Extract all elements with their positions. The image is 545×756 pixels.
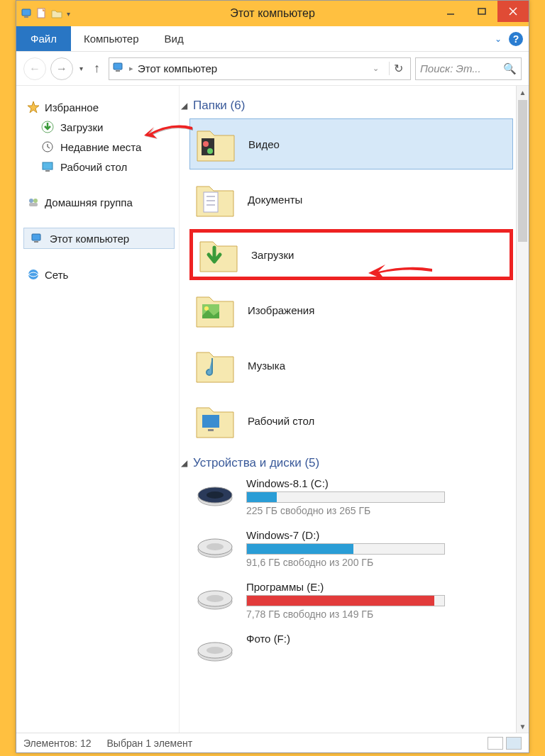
address-bar[interactable]: ▸ Этот компьютер ⌄ ↻ bbox=[109, 57, 411, 80]
svg-point-35 bbox=[207, 543, 224, 550]
svg-rect-16 bbox=[32, 234, 40, 240]
svg-point-32 bbox=[207, 491, 224, 499]
tab-view[interactable]: Вид bbox=[152, 26, 197, 51]
properties-icon[interactable] bbox=[35, 7, 48, 20]
svg-rect-29 bbox=[208, 429, 214, 431]
newfolder-icon[interactable] bbox=[50, 7, 63, 20]
search-icon: 🔍 bbox=[503, 62, 517, 75]
svg-rect-15 bbox=[29, 203, 38, 206]
addr-dropdown-icon[interactable]: ⌄ bbox=[367, 64, 385, 73]
refresh-icon[interactable]: ↻ bbox=[389, 62, 407, 75]
minimize-button[interactable] bbox=[435, 1, 466, 22]
folder-tile-downloads[interactable]: Загрузки bbox=[189, 229, 513, 280]
ribbon-expand-icon[interactable]: ⌄ bbox=[495, 34, 502, 44]
breadcrumb-text[interactable]: Этот компьютер bbox=[138, 62, 363, 74]
folder-label: Загрузки bbox=[251, 249, 294, 261]
folder-tile-documents[interactable]: Документы bbox=[189, 174, 513, 225]
pictures-folder-icon bbox=[194, 290, 236, 330]
sidebar-homegroup-heading[interactable]: Домашняя группа bbox=[21, 192, 179, 212]
search-input[interactable]: Поиск: Эт... 🔍 bbox=[415, 57, 522, 80]
svg-point-41 bbox=[207, 647, 224, 654]
annotation-arrow-sidebar bbox=[138, 120, 195, 151]
harddrive-icon bbox=[194, 529, 236, 560]
drive-usage-bar bbox=[246, 595, 445, 606]
close-button[interactable] bbox=[497, 1, 529, 22]
up-button[interactable]: ↑ bbox=[89, 61, 104, 76]
drives-group-header[interactable]: ◢ Устройства и диски (5) bbox=[180, 453, 513, 476]
details-view-button[interactable] bbox=[488, 737, 503, 750]
folder-tile-desktop[interactable]: Рабочий стол bbox=[189, 395, 513, 446]
statusbar: Элементов: 12 Выбран 1 элемент bbox=[16, 733, 529, 752]
drive-name: Windows-7 (D:) bbox=[246, 529, 509, 541]
sidebar-item-desktop[interactable]: Рабочий стол bbox=[21, 157, 179, 177]
forward-button[interactable]: → bbox=[50, 57, 73, 80]
window-controls bbox=[435, 5, 529, 22]
tab-computer[interactable]: Компьютер bbox=[71, 26, 152, 51]
desktop-folder-icon bbox=[194, 401, 236, 440]
sidebar-favorites-heading[interactable]: Избранное bbox=[21, 97, 179, 117]
scroll-down-icon[interactable]: ▼ bbox=[517, 720, 529, 733]
collapse-icon[interactable]: ◢ bbox=[181, 101, 187, 111]
svg-rect-4 bbox=[478, 9, 485, 14]
scroll-up-icon[interactable]: ▲ bbox=[517, 86, 529, 99]
collapse-icon[interactable]: ◢ bbox=[181, 458, 187, 468]
drive-tile[interactable]: Windows-8.1 (C:) 225 ГБ свободно из 265 … bbox=[189, 476, 513, 518]
drive-usage-bar bbox=[246, 491, 445, 503]
sidebar-homegroup-group: Домашняя группа bbox=[21, 192, 179, 212]
main-pane: ◢ Папки (6) Видео Документы bbox=[180, 86, 529, 733]
sidebar-item-thispc[interactable]: Этот компьютер bbox=[23, 228, 175, 249]
harddrive-icon bbox=[194, 633, 236, 664]
folder-tile-pictures[interactable]: Изображения bbox=[189, 284, 513, 335]
svg-rect-17 bbox=[34, 241, 38, 243]
qat-icons: ▾ bbox=[21, 7, 70, 20]
sidebar-network-heading[interactable]: Сеть bbox=[21, 265, 179, 284]
drive-name: Windows-8.1 (C:) bbox=[246, 477, 509, 489]
svg-rect-0 bbox=[22, 9, 31, 16]
star-icon bbox=[26, 100, 40, 114]
help-icon[interactable]: ? bbox=[509, 32, 523, 46]
folder-tile-video[interactable]: Видео bbox=[189, 118, 513, 169]
navbar: ← → ▾ ↑ ▸ Этот компьютер ⌄ ↻ Поиск: Эт..… bbox=[16, 52, 529, 86]
sidebar-item-label: Рабочий стол bbox=[60, 161, 127, 173]
scrollbar[interactable]: ▲ ▼ bbox=[516, 86, 529, 733]
drive-tile[interactable]: Windows-7 (D:) 91,6 ГБ свободно из 200 Г… bbox=[189, 528, 513, 569]
thispc-addr-icon bbox=[112, 61, 125, 77]
drive-free-text: 225 ГБ свободно из 265 ГБ bbox=[246, 505, 509, 516]
folder-label: Видео bbox=[248, 138, 280, 150]
homegroup-icon bbox=[26, 195, 40, 209]
qat-dropdown-icon[interactable]: ▾ bbox=[67, 10, 70, 18]
svg-rect-1 bbox=[24, 16, 28, 18]
content-area: Избранное Загрузки Недавние места Рабочи… bbox=[16, 86, 529, 733]
search-placeholder: Поиск: Эт... bbox=[420, 62, 503, 74]
drive-tile[interactable]: Фото (F:) bbox=[189, 631, 513, 665]
drives-header-label: Устройства и диски (5) bbox=[193, 456, 319, 470]
tiles-view-button[interactable] bbox=[506, 737, 522, 750]
clock-icon bbox=[40, 140, 55, 154]
back-button[interactable]: ← bbox=[23, 57, 46, 80]
svg-point-21 bbox=[207, 148, 213, 154]
drive-tile[interactable]: Программы (E:) 7,78 ГБ свободно из 149 Г… bbox=[189, 579, 513, 621]
history-dropdown-icon[interactable]: ▾ bbox=[77, 65, 85, 72]
status-selected: Выбран 1 элемент bbox=[107, 738, 193, 749]
folders-group-header[interactable]: ◢ Папки (6) bbox=[180, 96, 513, 118]
titlebar: ▾ Этот компьютер bbox=[16, 1, 529, 26]
folder-label: Рабочий стол bbox=[248, 415, 314, 427]
folder-tile-music[interactable]: Музыка bbox=[189, 340, 513, 391]
computer-icon bbox=[30, 231, 44, 245]
file-tab[interactable]: Файл bbox=[16, 26, 71, 51]
drive-name: Программы (E:) bbox=[246, 581, 509, 593]
harddrive-icon bbox=[194, 581, 236, 612]
svg-point-20 bbox=[203, 141, 209, 147]
harddrive-icon bbox=[194, 477, 236, 508]
svg-point-13 bbox=[29, 199, 33, 203]
download-icon bbox=[40, 120, 55, 134]
desktop-icon bbox=[40, 160, 55, 174]
sidebar-thispc-group: Этот компьютер bbox=[21, 228, 179, 249]
sidebar-homegroup-label: Домашняя группа bbox=[45, 196, 133, 209]
svg-point-38 bbox=[207, 595, 224, 602]
sidebar-favorites-label: Избранное bbox=[45, 101, 99, 113]
scroll-thumb[interactable] bbox=[518, 100, 527, 242]
sidebar: Избранное Загрузки Недавние места Рабочи… bbox=[16, 86, 180, 733]
maximize-button[interactable] bbox=[466, 1, 497, 22]
video-folder-icon bbox=[194, 124, 237, 164]
